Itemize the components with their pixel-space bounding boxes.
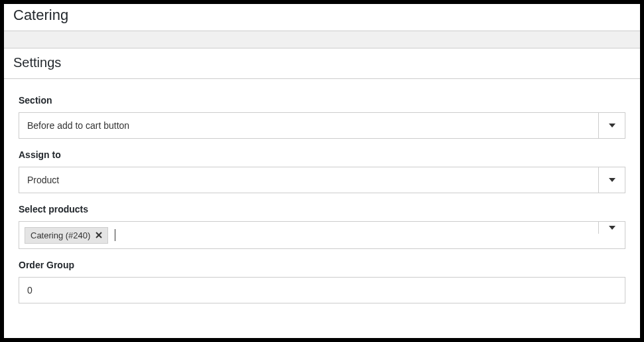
section-title: Settings xyxy=(13,55,631,70)
field-section: Section Before add to cart button xyxy=(19,95,625,139)
section-select-value: Before add to cart button xyxy=(19,120,598,131)
select-products-body[interactable]: Catering (#240) xyxy=(19,222,598,248)
form-body: Section Before add to cart button Assign… xyxy=(4,79,640,317)
field-order-group: Order Group xyxy=(19,260,625,303)
select-products-multiselect[interactable]: Catering (#240) xyxy=(19,221,625,249)
chevron-down-icon xyxy=(609,222,615,234)
section-select-caret[interactable] xyxy=(598,113,625,138)
section-label: Section xyxy=(19,95,625,106)
page-title: Catering xyxy=(13,7,631,24)
chevron-down-icon xyxy=(609,174,615,186)
assign-to-select-value: Product xyxy=(19,175,598,185)
text-cursor xyxy=(115,229,115,241)
order-group-input[interactable] xyxy=(19,277,625,303)
order-group-label: Order Group xyxy=(19,260,625,270)
product-tag-label: Catering (#240) xyxy=(31,230,90,240)
panel-content: Settings Section Before add to cart butt… xyxy=(4,48,640,317)
tab-strip xyxy=(4,31,640,48)
field-select-products: Select products Catering (#240) xyxy=(19,204,625,249)
select-products-caret[interactable] xyxy=(598,222,625,234)
assign-to-label: Assign to xyxy=(19,149,625,160)
assign-to-select-caret[interactable] xyxy=(598,167,625,193)
assign-to-select[interactable]: Product xyxy=(19,167,625,193)
select-products-label: Select products xyxy=(19,204,625,214)
chevron-down-icon xyxy=(609,120,615,131)
section-header: Settings xyxy=(4,48,640,79)
section-select[interactable]: Before add to cart button xyxy=(19,112,625,139)
panel-header: Catering xyxy=(4,4,640,31)
close-icon xyxy=(96,230,102,240)
remove-tag-button[interactable] xyxy=(96,230,102,240)
settings-panel: Catering Settings Section Before add to … xyxy=(4,4,640,338)
product-tag: Catering (#240) xyxy=(25,227,108,244)
field-assign-to: Assign to Product xyxy=(19,149,625,193)
